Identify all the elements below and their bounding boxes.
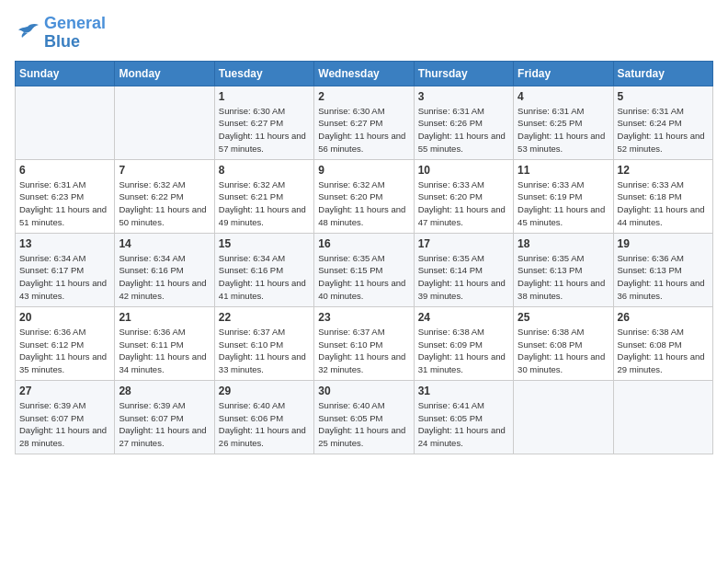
- day-info: Sunrise: 6:36 AMSunset: 6:12 PMDaylight:…: [19, 326, 110, 376]
- weekday-header: Friday: [514, 61, 613, 86]
- day-number: 27: [19, 385, 110, 397]
- calendar-cell: 3Sunrise: 6:31 AMSunset: 6:26 PMDaylight…: [414, 86, 513, 159]
- day-info: Sunrise: 6:32 AMSunset: 6:20 PMDaylight:…: [318, 178, 409, 229]
- day-info: Sunrise: 6:33 AMSunset: 6:18 PMDaylight:…: [618, 178, 709, 229]
- calendar-cell: 15Sunrise: 6:34 AMSunset: 6:16 PMDayligh…: [214, 233, 313, 306]
- weekday-header: Wednesday: [314, 61, 414, 86]
- day-number: 16: [318, 237, 409, 250]
- day-info: Sunrise: 6:35 AMSunset: 6:14 PMDaylight:…: [418, 252, 509, 303]
- logo-bird-icon: [15, 23, 40, 43]
- day-info: Sunrise: 6:35 AMSunset: 6:15 PMDaylight:…: [318, 252, 409, 303]
- day-number: 23: [318, 311, 409, 324]
- day-number: 24: [418, 311, 509, 324]
- day-number: 21: [119, 311, 210, 324]
- calendar-cell: 25Sunrise: 6:38 AMSunset: 6:08 PMDayligh…: [514, 306, 613, 380]
- day-number: 2: [318, 90, 409, 103]
- day-number: 18: [518, 237, 609, 250]
- day-number: 1: [219, 90, 310, 103]
- day-info: Sunrise: 6:36 AMSunset: 6:13 PMDaylight:…: [618, 252, 709, 303]
- calendar-cell: [115, 86, 214, 159]
- day-info: Sunrise: 6:31 AMSunset: 6:25 PMDaylight:…: [518, 105, 609, 155]
- calendar-cell: 29Sunrise: 6:40 AMSunset: 6:06 PMDayligh…: [214, 380, 313, 454]
- calendar-cell: 10Sunrise: 6:33 AMSunset: 6:20 PMDayligh…: [414, 159, 513, 233]
- day-info: Sunrise: 6:32 AMSunset: 6:22 PMDaylight:…: [119, 178, 210, 229]
- calendar-cell: 17Sunrise: 6:35 AMSunset: 6:14 PMDayligh…: [414, 233, 513, 306]
- calendar-cell: 19Sunrise: 6:36 AMSunset: 6:13 PMDayligh…: [613, 233, 712, 306]
- calendar-cell: 18Sunrise: 6:35 AMSunset: 6:13 PMDayligh…: [514, 233, 613, 306]
- logo-text: General Blue: [44, 15, 106, 52]
- calendar-cell: 12Sunrise: 6:33 AMSunset: 6:18 PMDayligh…: [613, 159, 712, 233]
- calendar-cell: 4Sunrise: 6:31 AMSunset: 6:25 PMDaylight…: [514, 86, 613, 159]
- day-number: 25: [518, 311, 609, 324]
- calendar-cell: 9Sunrise: 6:32 AMSunset: 6:20 PMDaylight…: [314, 159, 414, 233]
- day-info: Sunrise: 6:34 AMSunset: 6:17 PMDaylight:…: [19, 252, 110, 303]
- calendar-cell: 24Sunrise: 6:38 AMSunset: 6:09 PMDayligh…: [414, 306, 513, 380]
- calendar-table: SundayMondayTuesdayWednesdayThursdayFrid…: [15, 61, 713, 454]
- day-number: 13: [19, 237, 110, 250]
- day-number: 30: [318, 385, 409, 397]
- calendar-cell: [514, 380, 613, 454]
- calendar-cell: 30Sunrise: 6:40 AMSunset: 6:05 PMDayligh…: [314, 380, 414, 454]
- day-info: Sunrise: 6:39 AMSunset: 6:07 PMDaylight:…: [119, 399, 210, 450]
- day-info: Sunrise: 6:32 AMSunset: 6:21 PMDaylight:…: [219, 178, 310, 229]
- calendar-cell: 11Sunrise: 6:33 AMSunset: 6:19 PMDayligh…: [514, 159, 613, 233]
- day-number: 9: [318, 164, 409, 177]
- calendar-cell: 13Sunrise: 6:34 AMSunset: 6:17 PMDayligh…: [16, 233, 115, 306]
- day-info: Sunrise: 6:37 AMSunset: 6:10 PMDaylight:…: [219, 326, 310, 376]
- calendar-cell: 5Sunrise: 6:31 AMSunset: 6:24 PMDaylight…: [613, 86, 712, 159]
- day-info: Sunrise: 6:36 AMSunset: 6:11 PMDaylight:…: [119, 326, 210, 376]
- weekday-header: Thursday: [414, 61, 513, 86]
- day-number: 26: [618, 311, 709, 324]
- calendar-cell: 26Sunrise: 6:38 AMSunset: 6:08 PMDayligh…: [613, 306, 712, 380]
- day-info: Sunrise: 6:30 AMSunset: 6:27 PMDaylight:…: [318, 105, 409, 155]
- calendar-cell: 14Sunrise: 6:34 AMSunset: 6:16 PMDayligh…: [115, 233, 214, 306]
- calendar-cell: 8Sunrise: 6:32 AMSunset: 6:21 PMDaylight…: [214, 159, 313, 233]
- day-number: 22: [219, 311, 310, 324]
- day-number: 15: [219, 237, 310, 250]
- day-number: 14: [119, 237, 210, 250]
- day-number: 12: [618, 164, 709, 177]
- day-number: 7: [119, 164, 210, 177]
- day-info: Sunrise: 6:39 AMSunset: 6:07 PMDaylight:…: [19, 399, 110, 450]
- calendar-cell: 1Sunrise: 6:30 AMSunset: 6:27 PMDaylight…: [214, 86, 313, 159]
- weekday-header: Tuesday: [214, 61, 313, 86]
- weekday-header: Sunday: [16, 61, 115, 86]
- day-info: Sunrise: 6:38 AMSunset: 6:09 PMDaylight:…: [418, 326, 509, 376]
- day-info: Sunrise: 6:34 AMSunset: 6:16 PMDaylight:…: [219, 252, 310, 303]
- day-info: Sunrise: 6:37 AMSunset: 6:10 PMDaylight:…: [318, 326, 409, 376]
- day-number: 3: [418, 90, 509, 103]
- day-info: Sunrise: 6:40 AMSunset: 6:06 PMDaylight:…: [219, 399, 310, 450]
- calendar-cell: 23Sunrise: 6:37 AMSunset: 6:10 PMDayligh…: [314, 306, 414, 380]
- day-info: Sunrise: 6:31 AMSunset: 6:24 PMDaylight:…: [618, 105, 709, 155]
- calendar-cell: 6Sunrise: 6:31 AMSunset: 6:23 PMDaylight…: [16, 159, 115, 233]
- day-number: 17: [418, 237, 509, 250]
- day-number: 4: [518, 90, 609, 103]
- day-info: Sunrise: 6:33 AMSunset: 6:19 PMDaylight:…: [518, 178, 609, 229]
- day-info: Sunrise: 6:34 AMSunset: 6:16 PMDaylight:…: [119, 252, 210, 303]
- day-info: Sunrise: 6:35 AMSunset: 6:13 PMDaylight:…: [518, 252, 609, 303]
- calendar-cell: 20Sunrise: 6:36 AMSunset: 6:12 PMDayligh…: [16, 306, 115, 380]
- day-number: 29: [219, 385, 310, 397]
- day-info: Sunrise: 6:38 AMSunset: 6:08 PMDaylight:…: [518, 326, 609, 376]
- logo: General Blue: [15, 15, 106, 52]
- day-info: Sunrise: 6:30 AMSunset: 6:27 PMDaylight:…: [219, 105, 310, 155]
- day-number: 28: [119, 385, 210, 397]
- day-info: Sunrise: 6:33 AMSunset: 6:20 PMDaylight:…: [418, 178, 509, 229]
- calendar-cell: 16Sunrise: 6:35 AMSunset: 6:15 PMDayligh…: [314, 233, 414, 306]
- calendar-cell: 7Sunrise: 6:32 AMSunset: 6:22 PMDaylight…: [115, 159, 214, 233]
- day-info: Sunrise: 6:40 AMSunset: 6:05 PMDaylight:…: [318, 399, 409, 450]
- calendar-cell: 21Sunrise: 6:36 AMSunset: 6:11 PMDayligh…: [115, 306, 214, 380]
- day-number: 11: [518, 164, 609, 177]
- calendar-cell: 22Sunrise: 6:37 AMSunset: 6:10 PMDayligh…: [214, 306, 313, 380]
- day-info: Sunrise: 6:41 AMSunset: 6:05 PMDaylight:…: [418, 399, 509, 450]
- calendar-cell: [16, 86, 115, 159]
- calendar-cell: [613, 380, 712, 454]
- calendar-cell: 27Sunrise: 6:39 AMSunset: 6:07 PMDayligh…: [16, 380, 115, 454]
- weekday-header: Saturday: [613, 61, 712, 86]
- weekday-header: Monday: [115, 61, 214, 86]
- day-number: 8: [219, 164, 310, 177]
- calendar-cell: 28Sunrise: 6:39 AMSunset: 6:07 PMDayligh…: [115, 380, 214, 454]
- day-info: Sunrise: 6:31 AMSunset: 6:26 PMDaylight:…: [418, 105, 509, 155]
- day-number: 20: [19, 311, 110, 324]
- calendar-cell: 31Sunrise: 6:41 AMSunset: 6:05 PMDayligh…: [414, 380, 513, 454]
